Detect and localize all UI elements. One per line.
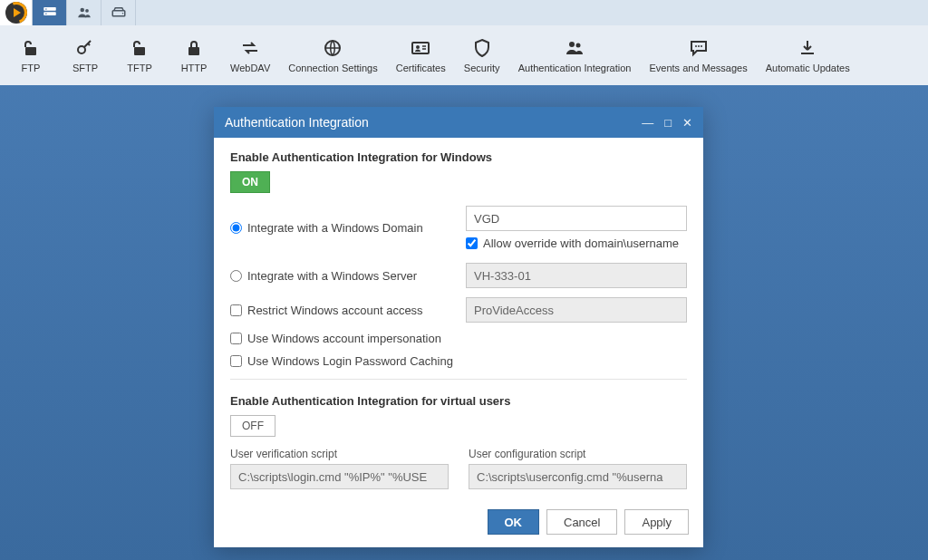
toolbar-item-label: Authentication Integration: [518, 63, 632, 73]
top-tab-strip: [0, 0, 928, 25]
minimize-icon[interactable]: —: [642, 116, 653, 130]
svg-point-5: [85, 9, 89, 13]
allow-override-label: Allow override with domain\username: [483, 237, 679, 250]
chat-icon: [688, 37, 710, 59]
windows-toggle[interactable]: ON: [230, 171, 270, 193]
ok-button[interactable]: OK: [488, 509, 540, 535]
svg-point-7: [121, 13, 123, 14]
toolbar-sftp[interactable]: SFTP: [58, 37, 112, 73]
impersonation-label: Use Windows account impersonation: [247, 332, 441, 345]
dialog-footer: OK Cancel Apply: [214, 498, 703, 547]
verification-script-label: User verification script: [230, 448, 449, 460]
verification-script-input: [230, 464, 449, 489]
unlock-icon: [129, 37, 150, 59]
domain-input[interactable]: [466, 206, 687, 231]
restrict-group-input: [466, 297, 687, 323]
auth-integration-dialog: Authentication Integration — □ ✕ Enable …: [214, 107, 703, 547]
dialog-body: Enable Authentication Integration for Wi…: [214, 138, 703, 498]
svg-rect-13: [412, 43, 429, 53]
dialog-title: Authentication Integration: [225, 115, 642, 130]
toolbar-auth-integration[interactable]: Authentication Integration: [509, 37, 641, 73]
cancel-button[interactable]: Cancel: [546, 509, 617, 535]
toolbar-security[interactable]: Security: [455, 37, 509, 73]
svg-point-3: [45, 13, 47, 14]
toolbar-certificates[interactable]: Certificates: [387, 37, 455, 73]
shield-icon: [471, 37, 493, 59]
toolbar-item-label: HTTP: [181, 63, 208, 73]
toolbar-item-label: Connection Settings: [288, 63, 377, 73]
toolbar-item-label: FTP: [22, 63, 41, 73]
svg-point-19: [701, 45, 702, 47]
key-icon: [74, 37, 96, 59]
close-icon[interactable]: ✕: [682, 116, 692, 130]
play-logo-icon: [5, 2, 27, 24]
password-cache-label: Use Windows Login Password Caching: [247, 354, 453, 368]
virtual-toggle[interactable]: OFF: [230, 415, 276, 437]
transfer-icon: [239, 37, 261, 59]
toolbar-connection-settings[interactable]: Connection Settings: [279, 37, 386, 73]
apply-button[interactable]: Apply: [624, 509, 689, 535]
restrict-access-checkbox[interactable]: [230, 304, 242, 316]
toolbar-http[interactable]: HTTP: [167, 37, 221, 73]
toolbar-ftp[interactable]: FTP: [4, 37, 58, 73]
lock-icon: [183, 37, 205, 59]
users-tab[interactable]: [67, 0, 102, 25]
svg-point-2: [45, 8, 47, 10]
dialog-titlebar[interactable]: Authentication Integration — □ ✕: [214, 107, 703, 138]
toolbar-item-label: SFTP: [72, 63, 98, 73]
svg-point-15: [569, 42, 575, 47]
server-tab[interactable]: [33, 0, 67, 25]
configuration-script-input: [469, 464, 687, 489]
restrict-access-label: Restrict Windows account access: [247, 304, 423, 317]
toolbar-item-label: WebDAV: [230, 63, 270, 73]
server-input: [466, 263, 687, 288]
users-icon: [564, 37, 585, 59]
toolbar-webdav[interactable]: WebDAV: [221, 37, 279, 73]
radio-domain[interactable]: [230, 222, 242, 234]
section-divider: [230, 379, 687, 380]
radio-server[interactable]: [230, 270, 242, 282]
configuration-script-label: User configuration script: [469, 448, 687, 460]
toolbar-item-label: Certificates: [396, 63, 446, 73]
globe-icon: [322, 37, 343, 59]
svg-point-9: [78, 46, 85, 53]
toolbar-item-label: TFTP: [127, 63, 152, 73]
download-icon: [797, 37, 818, 59]
toolbar-events[interactable]: Events and Messages: [640, 37, 756, 73]
storage-tab[interactable]: [102, 0, 136, 25]
svg-point-18: [698, 45, 700, 47]
svg-rect-8: [25, 47, 36, 55]
windows-section-header: Enable Authentication Integration for Wi…: [230, 150, 687, 164]
id-card-icon: [410, 37, 431, 59]
virtual-section-header: Enable Authentication Integration for vi…: [230, 394, 687, 408]
svg-rect-11: [188, 47, 199, 55]
impersonation-checkbox[interactable]: [230, 333, 242, 344]
drive-icon: [111, 5, 127, 21]
toolbar-item-label: Automatic Updates: [766, 63, 850, 73]
svg-point-17: [695, 45, 697, 47]
server-icon: [42, 5, 58, 21]
allow-override-checkbox[interactable]: [466, 237, 478, 249]
toolbar: FTP SFTP TFTP HTTP WebDAV Connection Set…: [0, 25, 928, 85]
radio-server-label: Integrate with a Windows Server: [247, 269, 417, 283]
svg-point-4: [80, 8, 84, 13]
toolbar-item-label: Events and Messages: [649, 63, 747, 73]
svg-point-16: [576, 43, 581, 48]
maximize-icon[interactable]: □: [664, 116, 672, 130]
logo-tab[interactable]: [0, 0, 33, 25]
svg-point-14: [416, 45, 420, 49]
password-cache-checkbox[interactable]: [230, 355, 242, 367]
unlock-icon: [20, 37, 42, 59]
svg-rect-10: [134, 47, 145, 55]
radio-domain-label: Integrate with a Windows Domain: [247, 221, 423, 235]
users-icon: [76, 5, 92, 21]
toolbar-item-label: Security: [464, 63, 500, 73]
toolbar-tftp[interactable]: TFTP: [112, 37, 167, 73]
toolbar-updates[interactable]: Automatic Updates: [757, 37, 859, 73]
